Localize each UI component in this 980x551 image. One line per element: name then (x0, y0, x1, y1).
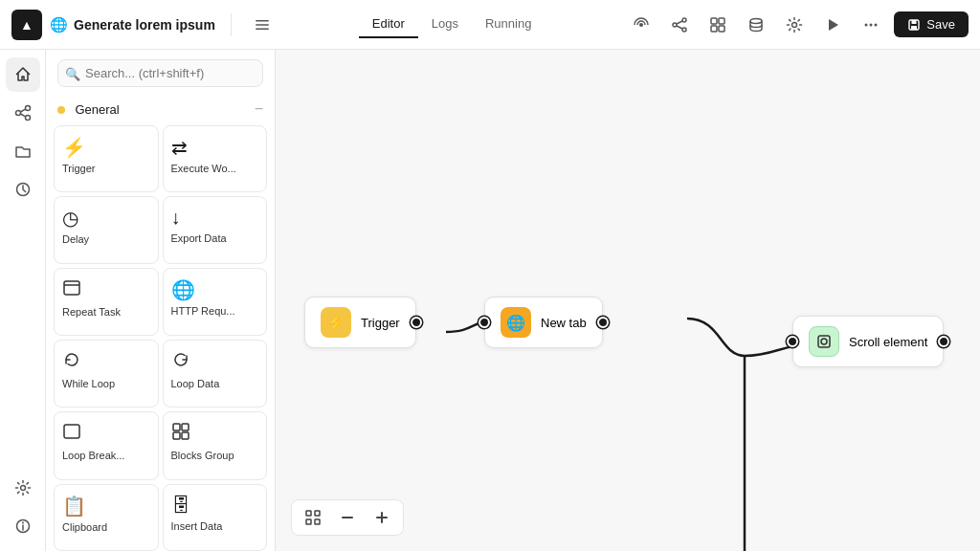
svg-point-16 (865, 23, 868, 26)
trigger-port-right[interactable] (411, 317, 422, 328)
section-header: General − (46, 97, 275, 125)
svg-point-3 (639, 23, 643, 27)
scroll-element-node-label: Scroll element (849, 335, 927, 349)
item-insert-data-label: Insert Data (171, 520, 223, 532)
item-clipboard[interactable]: 📋 Clipboard (54, 484, 159, 551)
topbar: ▲ 🌐 Generate lorem ipsum Editor Logs Run… (0, 0, 980, 50)
section-dot (57, 106, 65, 114)
item-loop-break-label: Loop Break... (62, 450, 124, 461)
svg-point-24 (25, 116, 30, 121)
item-execute-workflow[interactable]: ⇄ Execute Wo... (163, 125, 268, 192)
svg-point-30 (22, 522, 24, 524)
tab-logs[interactable]: Logs (418, 11, 472, 38)
item-loop-data[interactable]: Loop Data (163, 340, 268, 408)
nav-sidebar (0, 50, 46, 551)
scroll-element-node-icon (809, 326, 839, 357)
new-tab-node-label: New tab (541, 316, 587, 330)
svg-rect-42 (306, 519, 311, 524)
sidebar-toggle-button[interactable] (247, 10, 278, 40)
item-delay-label: Delay (62, 233, 89, 245)
svg-line-8 (677, 26, 682, 29)
item-blocks-group-label: Blocks Group (171, 450, 234, 461)
loop-break-icon (62, 422, 81, 446)
node-trigger[interactable]: ⚡ Trigger (304, 297, 416, 348)
svg-rect-20 (912, 20, 917, 24)
nav-info[interactable] (6, 509, 40, 543)
more-icon[interactable] (856, 10, 886, 40)
nav-settings[interactable] (6, 471, 40, 505)
share-icon[interactable] (664, 10, 695, 40)
signal-icon[interactable] (626, 10, 657, 40)
section-title: General (75, 102, 119, 117)
settings-icon[interactable] (779, 10, 810, 40)
svg-point-4 (682, 18, 686, 22)
svg-rect-11 (711, 26, 717, 32)
svg-rect-1 (256, 24, 269, 26)
svg-rect-36 (173, 432, 180, 439)
item-insert-data[interactable]: 🗄 Insert Data (163, 484, 268, 551)
new-tab-port-left[interactable] (479, 317, 490, 328)
run-icon[interactable] (817, 10, 848, 40)
item-repeat-task-label: Repeat Task (62, 306, 121, 318)
item-delay[interactable]: ◷ Delay (54, 196, 159, 263)
topbar-actions: Save (626, 10, 969, 40)
search-icon: 🔍 (65, 66, 80, 80)
item-execute-workflow-label: Execute Wo... (171, 163, 236, 174)
scroll-element-port-right[interactable] (938, 336, 949, 347)
svg-point-14 (792, 22, 797, 27)
scroll-element-port-left[interactable] (787, 336, 798, 347)
canvas[interactable]: ⚡ Trigger 🌐 New tab Scroll element (276, 50, 980, 551)
blocks-group-icon (171, 422, 190, 446)
item-blocks-group[interactable]: Blocks Group (163, 411, 268, 479)
svg-point-6 (682, 28, 686, 32)
item-while-loop[interactable]: While Loop (54, 340, 159, 408)
panel-sidebar: 🔍 General − ⚡ Trigger ⇄ Execute Wo... (46, 50, 276, 551)
svg-rect-12 (719, 26, 724, 32)
items-grid: ⚡ Trigger ⇄ Execute Wo... ◷ Delay ↓ Expo… (46, 125, 275, 551)
svg-point-28 (20, 486, 25, 491)
tab-bar: Editor Logs Running (359, 11, 546, 38)
svg-point-22 (15, 111, 20, 116)
svg-rect-41 (315, 511, 320, 516)
svg-rect-0 (256, 20, 269, 22)
item-http-request[interactable]: 🌐 HTTP Requ... (163, 268, 268, 336)
database-icon[interactable] (741, 10, 771, 40)
nav-folder[interactable] (6, 134, 40, 168)
item-export-data[interactable]: ↓ Export Data (163, 196, 268, 263)
svg-line-26 (20, 114, 25, 117)
svg-point-5 (673, 23, 677, 27)
export-data-icon: ↓ (171, 207, 181, 229)
item-export-data-label: Export Data (171, 232, 227, 244)
nav-workflow[interactable] (6, 96, 40, 130)
new-tab-node-icon: 🌐 (501, 307, 531, 338)
node-new-tab[interactable]: 🌐 New tab (484, 297, 603, 348)
item-repeat-task[interactable]: Repeat Task (54, 268, 159, 336)
grid-icon[interactable] (702, 10, 733, 40)
node-scroll-element[interactable]: Scroll element (792, 316, 944, 367)
zoom-out-button[interactable] (334, 504, 361, 531)
http-request-icon: 🌐 (171, 278, 195, 301)
svg-point-23 (25, 106, 30, 111)
svg-marker-15 (829, 19, 838, 31)
item-trigger[interactable]: ⚡ Trigger (54, 125, 159, 192)
tab-running[interactable]: Running (472, 11, 545, 38)
svg-rect-34 (173, 424, 180, 430)
collapse-button[interactable]: − (255, 100, 263, 118)
divider (231, 13, 232, 36)
tab-editor[interactable]: Editor (359, 11, 418, 38)
nav-home[interactable] (6, 57, 40, 92)
svg-rect-10 (719, 18, 724, 24)
svg-rect-2 (256, 28, 269, 30)
trigger-node-icon: ⚡ (321, 307, 351, 338)
repeat-task-icon (62, 278, 81, 302)
new-tab-port-right[interactable] (597, 317, 609, 328)
item-loop-break[interactable]: Loop Break... (54, 411, 159, 479)
zoom-in-button[interactable] (368, 504, 395, 531)
nav-history[interactable] (6, 172, 40, 207)
search-input[interactable] (57, 59, 263, 87)
svg-point-17 (870, 23, 873, 26)
search-box: 🔍 (46, 50, 275, 97)
fit-view-button[interactable] (300, 504, 326, 531)
save-button[interactable]: Save (894, 11, 969, 37)
svg-rect-9 (711, 18, 717, 24)
